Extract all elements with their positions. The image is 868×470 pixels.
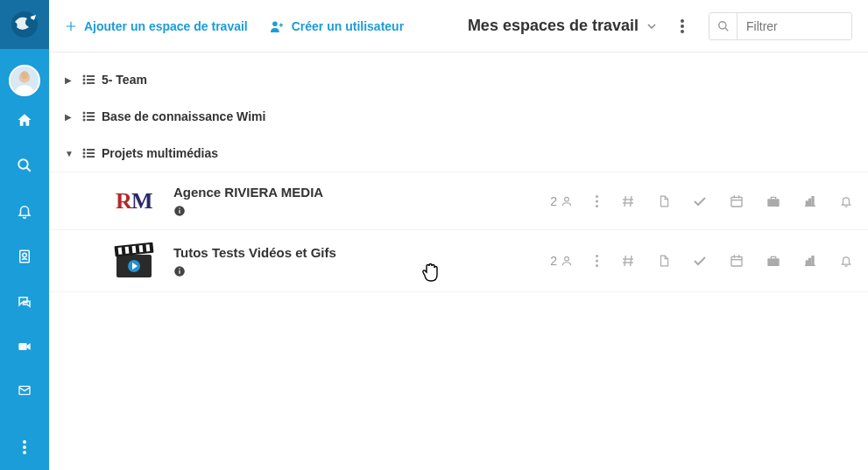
check-icon[interactable] [693, 196, 707, 207]
workspace-row[interactable]: R M Agence RIVIERA MEDIA 2 [49, 172, 868, 229]
svg-rect-54 [767, 199, 779, 207]
svg-point-15 [681, 25, 684, 28]
add-workspace-button[interactable]: Ajouter un espace de travail [65, 19, 248, 33]
svg-point-31 [83, 149, 86, 151]
bell-icon[interactable] [17, 203, 32, 219]
user-icon [561, 195, 573, 207]
svg-rect-32 [87, 149, 95, 151]
globe-icon [10, 10, 39, 39]
mail-icon[interactable] [17, 383, 32, 397]
channels-icon[interactable] [621, 254, 635, 268]
svg-point-43 [596, 195, 598, 198]
tree-category[interactable]: ▶ 5- Team [49, 61, 868, 98]
svg-point-71 [596, 255, 598, 257]
svg-point-29 [83, 119, 86, 122]
check-icon[interactable] [693, 256, 707, 266]
svg-rect-65 [146, 244, 151, 251]
svg-rect-86 [812, 256, 814, 266]
svg-rect-63 [132, 246, 137, 253]
member-count[interactable]: 2 [550, 254, 573, 268]
svg-point-27 [83, 116, 86, 118]
chevron-down-icon [647, 24, 656, 29]
svg-rect-28 [87, 116, 95, 117]
home-icon[interactable] [17, 112, 32, 128]
view-selector[interactable]: Mes espaces de travail [468, 17, 656, 35]
list-icon [82, 111, 95, 122]
main-area: Ajouter un espace de travail Créer un ut… [49, 0, 868, 470]
svg-point-4 [18, 159, 28, 169]
reports-icon[interactable] [803, 255, 817, 267]
bell-icon[interactable] [840, 194, 852, 208]
sidebar [0, 0, 49, 470]
create-user-label: Créer un utilisateur [292, 19, 404, 33]
view-selector-label: Mes espaces de travail [468, 17, 639, 35]
svg-rect-20 [87, 75, 95, 77]
user-avatar[interactable] [9, 65, 40, 96]
svg-point-69 [179, 268, 180, 270]
bell-icon[interactable] [840, 254, 852, 268]
svg-rect-56 [806, 201, 808, 206]
tree-category-label: Base de connaissance Wimi [102, 109, 265, 123]
svg-point-73 [596, 264, 598, 267]
search-icon[interactable] [17, 158, 32, 173]
svg-rect-62 [125, 247, 130, 254]
svg-rect-40 [179, 210, 180, 214]
svg-rect-78 [731, 256, 742, 266]
search-icon[interactable] [709, 13, 737, 39]
info-icon[interactable] [173, 265, 550, 277]
more-vertical-icon[interactable] [596, 255, 598, 267]
plus-icon [65, 20, 77, 32]
document-icon[interactable] [658, 254, 670, 268]
svg-point-45 [596, 205, 598, 207]
svg-text:R: R [116, 188, 132, 214]
tree-category-label: 5- Team [102, 73, 147, 87]
channels-icon[interactable] [621, 194, 635, 208]
svg-line-75 [631, 256, 632, 266]
app-logo[interactable] [0, 0, 49, 49]
workspace-thumbnail [100, 242, 168, 279]
workspace-tree: ▶ 5- Team ▶ Base de connaissance Wimi ▼ … [49, 53, 868, 470]
chevron-down-icon: ▼ [65, 149, 82, 158]
svg-point-17 [718, 21, 725, 28]
svg-point-7 [23, 253, 27, 257]
add-workspace-label: Ajouter un espace de travail [84, 19, 248, 33]
tree-category[interactable]: ▼ Projets multimédias [49, 135, 868, 172]
svg-rect-36 [87, 156, 95, 158]
topbar: Ajouter un espace de travail Créer un ut… [49, 0, 868, 53]
tree-category-label: Projets multimédias [102, 146, 218, 160]
calendar-icon[interactable] [730, 254, 744, 268]
svg-point-13 [272, 21, 278, 26]
workspace-row[interactable]: Tutos Tests Vidéos et Gifs 2 [49, 229, 868, 291]
svg-point-41 [179, 207, 180, 209]
more-vertical-icon[interactable] [596, 195, 598, 207]
svg-rect-22 [87, 79, 95, 81]
sidebar-nav [17, 112, 32, 397]
contacts-icon[interactable] [17, 249, 32, 264]
svg-line-18 [724, 27, 728, 31]
calendar-icon[interactable] [730, 194, 744, 208]
topbar-more-button[interactable] [677, 16, 688, 37]
tree-category[interactable]: ▶ Base de connaissance Wimi [49, 98, 868, 135]
filter-search [709, 12, 852, 40]
svg-text:M: M [131, 188, 152, 214]
svg-point-44 [596, 200, 598, 202]
user-icon [561, 255, 573, 267]
svg-rect-50 [731, 197, 742, 207]
chat-icon[interactable] [17, 294, 32, 310]
svg-rect-8 [18, 343, 26, 350]
video-icon[interactable] [17, 340, 32, 354]
briefcase-icon[interactable] [766, 255, 780, 267]
workspace-actions: 2 [550, 254, 852, 268]
svg-point-12 [23, 451, 26, 454]
info-icon[interactable] [173, 205, 550, 217]
filter-input[interactable] [737, 19, 851, 33]
more-vertical-icon[interactable] [23, 440, 26, 454]
reports-icon[interactable] [803, 195, 817, 207]
svg-rect-58 [812, 196, 814, 206]
chevron-right-icon: ▶ [65, 75, 82, 85]
create-user-button[interactable]: Créer un utilisateur [269, 19, 404, 33]
document-icon[interactable] [658, 194, 670, 208]
svg-point-19 [83, 75, 86, 78]
member-count[interactable]: 2 [550, 194, 573, 208]
briefcase-icon[interactable] [766, 195, 780, 207]
